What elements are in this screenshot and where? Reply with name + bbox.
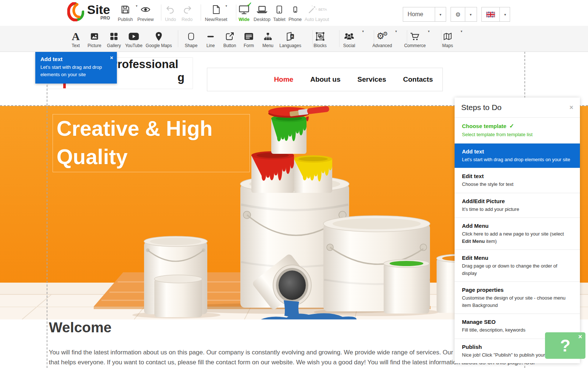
beta-badge: BETA — [319, 8, 327, 11]
site-nav-menu: Home About us Services Contacts — [207, 68, 443, 91]
device-desktop-button[interactable]: Desktop — [253, 3, 271, 22]
site-nav-services[interactable]: Services — [358, 75, 386, 84]
site-nav-contacts[interactable]: Contacts — [403, 75, 433, 84]
preview-button[interactable]: Preview — [137, 3, 154, 22]
help-button[interactable]: ? × — [545, 332, 585, 359]
toolbar-item-youtube[interactable]: YouTube — [123, 30, 145, 48]
map-pin-icon — [144, 30, 173, 42]
step-page-properties[interactable]: Page properties Customise the design of … — [455, 282, 580, 314]
commerce-caret-icon[interactable]: ▾ — [428, 29, 430, 33]
publish-button[interactable]: ▾ Publish — [116, 3, 135, 22]
device-tablet-button[interactable]: Tablet — [272, 3, 287, 22]
top-toolbar: Site PRO ▾ Publish Preview Undo — [0, 0, 588, 26]
device-wide-button[interactable]: ✓ Wide — [235, 3, 253, 22]
gear-icon[interactable]: ⚙ — [451, 7, 465, 21]
step-done-check-icon: ✓ — [509, 123, 514, 129]
divider — [161, 4, 161, 21]
toolbar-item-form[interactable]: Form — [238, 30, 260, 48]
picture-icon — [83, 30, 105, 42]
step-add-text[interactable]: Add text Let's start with drag and drop … — [455, 144, 580, 169]
new-document-icon: ▾ — [203, 3, 229, 16]
page-select[interactable]: Home ▾ — [403, 7, 446, 22]
laptop-icon — [253, 3, 271, 16]
step-edit-text[interactable]: Edit text Choose the style for text — [455, 168, 580, 193]
button-icon — [219, 30, 241, 42]
new-reset-button[interactable]: ▾ New/Reset — [203, 3, 229, 22]
text-icon: A — [72, 31, 80, 42]
toolbar-item-advanced[interactable]: ⚙⚙ ▾ Advanced — [371, 30, 393, 48]
step-choose-template[interactable]: Choose template✓ Select template from te… — [455, 118, 580, 144]
line-icon — [200, 30, 222, 42]
settings-caret-icon[interactable]: ▾ — [465, 7, 476, 21]
magic-wand-icon: BETA — [303, 3, 331, 16]
form-icon — [238, 30, 260, 42]
steps-to-do-panel: Steps to Do × Choose template✓ Select te… — [455, 98, 580, 363]
toolbar-item-languages[interactable]: A Languages — [277, 30, 303, 48]
toolbar-item-menu[interactable]: Menu — [257, 30, 279, 48]
save-icon: ▾ — [116, 3, 135, 16]
new-reset-caret-icon[interactable]: ▾ — [225, 4, 227, 8]
tablet-icon — [272, 3, 287, 16]
tooltip-body: Let's start with drag and drop elements … — [40, 64, 105, 78]
redo-icon — [179, 3, 195, 16]
toolbar-item-social[interactable]: ▾ Social — [338, 30, 360, 48]
welcome-heading[interactable]: Welcome — [49, 319, 112, 336]
question-mark-icon: ? — [560, 336, 570, 355]
steps-panel-title: Steps to Do — [461, 103, 502, 112]
app-logo: Site PRO — [67, 2, 110, 21]
tooltip-close-icon[interactable]: × — [110, 54, 113, 61]
add-text-tooltip: Add text Let's start with drag and drop … — [35, 52, 117, 84]
step-edit-menu[interactable]: Edit Menu Drag page up or down to change… — [455, 250, 580, 282]
uk-flag-icon[interactable] — [482, 7, 499, 21]
help-close-icon[interactable]: × — [578, 333, 582, 341]
toolbar-item-button[interactable]: Button — [219, 30, 241, 48]
social-caret-icon[interactable]: ▾ — [362, 29, 364, 33]
page-select-value[interactable]: Home — [403, 7, 435, 21]
undo-icon — [162, 3, 179, 16]
app-logo-icon — [67, 2, 84, 21]
languages-icon: A — [277, 30, 303, 42]
toolbar-item-maps[interactable]: ▾ Maps — [437, 30, 459, 48]
sitemap-icon — [257, 30, 279, 42]
steps-panel-close-icon[interactable]: × — [569, 104, 573, 112]
left-margin-guide — [47, 52, 47, 368]
device-phone-button[interactable]: Phone — [287, 3, 303, 22]
gears-icon: ⚙⚙ ▾ — [371, 30, 393, 42]
cart-icon: ▾ — [404, 30, 426, 42]
wide-monitor-icon: ✓ — [235, 3, 253, 16]
toolbar-item-line[interactable]: Line — [200, 30, 222, 48]
gallery-icon — [103, 30, 125, 42]
eye-icon — [137, 3, 154, 16]
settings-button[interactable]: ⚙ ▾ — [451, 7, 477, 22]
undo-button[interactable]: Undo — [162, 3, 179, 22]
site-nav-home[interactable]: Home — [274, 75, 293, 84]
site-nav-about-us[interactable]: About us — [310, 75, 340, 84]
divider — [201, 4, 201, 21]
language-select[interactable]: ▾ — [481, 7, 510, 22]
toolbar-item-picture[interactable]: Picture — [83, 30, 105, 48]
page-select-caret-icon[interactable]: ▾ — [435, 7, 446, 21]
hero-heading-line1: Creative & High — [57, 114, 250, 143]
youtube-icon — [123, 30, 145, 42]
folded-map-icon: ▾ — [437, 30, 459, 42]
step-add-menu[interactable]: Add Menu Click here to add a new page to… — [455, 218, 580, 250]
step-add-edit-picture[interactable]: Add/Edit Picture It's time to add your p… — [455, 193, 580, 218]
toolbar-item-gallery[interactable]: Gallery — [103, 30, 125, 48]
advanced-caret-icon[interactable]: ▾ — [395, 29, 397, 33]
divider — [178, 30, 178, 47]
redo-button[interactable]: Redo — [179, 3, 195, 22]
toolbar-item-commerce[interactable]: ▾ Commerce — [404, 30, 426, 48]
language-caret-icon[interactable]: ▾ — [499, 7, 510, 21]
toolbar-item-blocks[interactable]: Blocks — [309, 30, 331, 48]
app-logo-name: Site — [87, 2, 110, 17]
toolbar-item-google-maps[interactable]: Google Maps — [144, 30, 173, 48]
elements-toolbar: A Text Picture Gallery YouTube Google Ma… — [0, 26, 588, 52]
tooltip-title: Add text — [40, 56, 112, 62]
hero-heading[interactable]: Creative & High Quality — [53, 114, 250, 172]
blocks-icon — [309, 30, 331, 42]
social-people-icon: ▾ — [338, 30, 360, 42]
shape-icon — [180, 30, 202, 42]
maps-caret-icon[interactable]: ▾ — [460, 29, 462, 33]
toolbar-item-shape[interactable]: Shape — [180, 30, 202, 48]
auto-layout-button[interactable]: BETA Auto Layout — [303, 3, 331, 22]
